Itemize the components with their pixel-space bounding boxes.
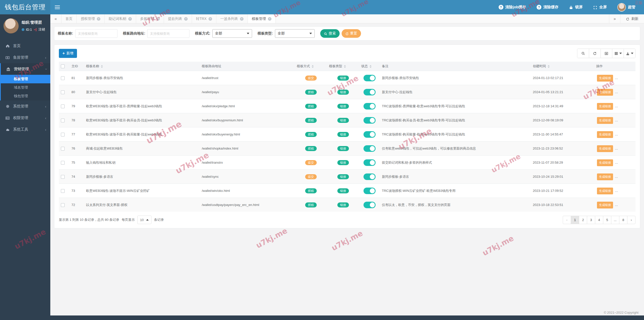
tab-withdraw-list[interactable]: 提款列表× <box>164 14 192 23</box>
sidebar-item-system-tools[interactable]: 系统工具 ‹ <box>0 124 50 135</box>
close-icon[interactable]: × <box>156 17 160 21</box>
reset-button[interactable]: 重置 <box>342 29 361 38</box>
generate-link-button[interactable]: 生成链接 <box>597 117 613 124</box>
delete-button[interactable]: ×删除 <box>632 75 635 81</box>
sort-icon[interactable] <box>548 65 550 68</box>
template-method-select[interactable]: 全部 <box>212 29 252 38</box>
edit-button[interactable]: 编辑 <box>616 159 629 166</box>
page-button-4[interactable]: 4 <box>595 216 603 224</box>
delete-button[interactable]: ×删除 <box>632 201 635 208</box>
row-checkbox[interactable] <box>61 175 65 179</box>
generate-link-button[interactable]: 生成链接 <box>597 89 613 96</box>
status-toggle[interactable] <box>364 202 376 208</box>
status-toggle[interactable] <box>364 159 376 166</box>
status-toggle[interactable] <box>364 173 376 180</box>
edit-button[interactable]: 编辑 <box>616 88 629 95</box>
close-icon[interactable]: × <box>97 17 100 21</box>
row-checkbox[interactable] <box>61 203 65 207</box>
delete-button[interactable]: ×删除 <box>632 131 635 138</box>
edit-button[interactable]: 编辑 <box>616 187 629 194</box>
column-method[interactable]: 模板方式 <box>295 62 327 71</box>
tabs-scroll-right-button[interactable]: » <box>609 14 620 23</box>
template-type-select[interactable]: 全部 <box>275 29 315 38</box>
generate-link-button[interactable]: 生成链接 <box>597 188 613 194</box>
sidebar-item-template-management[interactable]: 模板管理 <box>1 75 50 83</box>
template-route-input[interactable] <box>147 29 189 38</box>
edit-button[interactable]: 编辑 <box>616 74 629 81</box>
table-columns-button[interactable] <box>612 49 624 58</box>
template-name-input[interactable] <box>75 29 117 38</box>
page-button-...[interactable]: ... <box>611 216 619 224</box>
fullscreen-button[interactable]: 全屏 <box>593 5 607 10</box>
sidebar-item-fish-management[interactable]: 鱼苗管理 ‹ <box>0 52 50 63</box>
generate-link-button[interactable]: 生成链接 <box>597 145 613 152</box>
tab-multisig[interactable]: 多签管理× <box>136 14 164 23</box>
row-checkbox[interactable] <box>61 119 65 122</box>
sort-icon[interactable] <box>101 65 103 68</box>
table-export-button[interactable] <box>624 49 635 58</box>
generate-link-button[interactable]: 生成链接 <box>597 103 613 110</box>
column-type[interactable]: 模板类型 <box>327 62 359 71</box>
add-button[interactable]: + 新增 <box>59 49 77 58</box>
row-checkbox[interactable] <box>61 76 65 80</box>
tab-wave-list[interactable]: 一波杀列表× <box>216 14 248 23</box>
sidebar-toggle-button[interactable] <box>50 0 64 14</box>
select-all-checkbox[interactable] <box>61 64 65 68</box>
sort-icon[interactable] <box>312 65 314 68</box>
search-button[interactable]: 搜索 <box>320 29 340 38</box>
edit-button[interactable]: 编辑 <box>616 117 629 123</box>
tab-authorization[interactable]: 授权管理× <box>77 14 105 23</box>
status-toggle[interactable] <box>364 117 376 124</box>
row-checkbox[interactable] <box>61 147 65 151</box>
edit-button[interactable]: 编辑 <box>616 145 629 152</box>
page-button-5[interactable]: 5 <box>603 216 611 224</box>
sidebar-item-wallet-management[interactable]: 钱包管理 <box>1 92 50 100</box>
close-icon[interactable]: × <box>209 17 212 21</box>
close-icon[interactable]: × <box>240 17 244 21</box>
row-checkbox[interactable] <box>61 90 65 94</box>
delete-button[interactable]: ×删除 <box>632 145 635 152</box>
sidebar-item-permission-management[interactable]: 权限管理 ‹ <box>0 112 50 124</box>
status-toggle[interactable] <box>364 145 376 152</box>
tabs-scroll-left-button[interactable]: « <box>50 14 61 23</box>
sidebar-item-domain-management[interactable]: 域名管理 <box>1 83 50 92</box>
lock-screen-button[interactable]: 锁屏 <box>569 5 583 10</box>
status-toggle[interactable] <box>364 75 376 81</box>
generate-link-button[interactable]: 生成链接 <box>597 131 613 138</box>
status-toggle[interactable] <box>364 131 376 138</box>
row-checkbox[interactable] <box>61 161 65 165</box>
status-toggle[interactable] <box>364 103 376 110</box>
close-icon[interactable]: × <box>268 17 271 21</box>
delete-button[interactable]: ×删除 <box>632 159 635 166</box>
tab-mnemonic[interactable]: 助记词私钥× <box>105 14 136 23</box>
sidebar-item-marketing[interactable]: 营销管理 ‹ <box>1 63 50 75</box>
tab-template-management[interactable]: 模板管理× <box>248 14 276 23</box>
row-checkbox[interactable] <box>61 104 65 108</box>
delete-button[interactable]: ×删除 <box>632 187 635 194</box>
edit-button[interactable]: 编辑 <box>616 131 629 137</box>
user-menu[interactable]: 超管 <box>617 3 635 12</box>
status-toggle[interactable] <box>364 89 376 95</box>
tab-home[interactable]: 首页 <box>61 14 77 23</box>
table-search-button[interactable] <box>577 49 589 58</box>
page-button-3[interactable]: 3 <box>587 216 595 224</box>
column-status[interactable]: 状态 <box>359 62 380 71</box>
page-button-2[interactable]: 2 <box>579 216 587 224</box>
column-name[interactable]: 模板名称 <box>84 62 200 71</box>
status-toggle[interactable] <box>364 188 376 194</box>
sort-icon[interactable] <box>370 65 372 68</box>
tab-refresh-button[interactable]: 刷新 <box>620 14 644 23</box>
page-button-8[interactable]: 8 <box>619 216 627 224</box>
generate-link-button[interactable]: 生成链接 <box>597 202 613 208</box>
sidebar-item-home[interactable]: 首页 <box>0 40 50 52</box>
edit-button[interactable]: 编辑 <box>616 102 629 109</box>
table-refresh-button[interactable] <box>589 49 600 58</box>
delete-button[interactable]: ×删除 <box>632 89 635 95</box>
generate-link-button[interactable]: 生成链接 <box>597 173 613 180</box>
delete-button[interactable]: ×删除 <box>632 103 635 110</box>
row-checkbox[interactable] <box>61 133 65 136</box>
table-view-toggle-button[interactable] <box>600 49 612 58</box>
close-icon[interactable]: × <box>128 17 132 21</box>
page-button-›[interactable]: › <box>627 216 635 224</box>
page-size-select[interactable]: 10 <box>137 216 151 224</box>
